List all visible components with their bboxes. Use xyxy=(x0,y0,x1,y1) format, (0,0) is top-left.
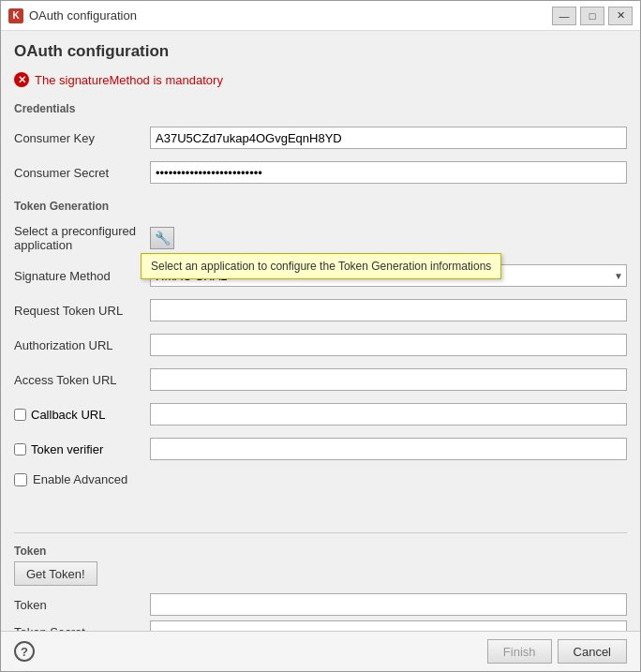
access-token-url-label: Access Token URL xyxy=(14,373,150,387)
enable-advanced-checkbox[interactable] xyxy=(14,473,27,486)
get-token-button[interactable]: Get Token! xyxy=(14,561,97,586)
window-controls: — □ ✕ xyxy=(552,7,633,25)
callback-url-row: Callback URL xyxy=(14,403,627,426)
close-button[interactable]: ✕ xyxy=(608,7,633,25)
token-verifier-checkbox[interactable] xyxy=(14,443,26,455)
signature-method-label: Signature Method xyxy=(14,269,150,283)
enable-advanced-label: Enable Advanced xyxy=(33,472,127,486)
signature-method-select[interactable]: HMAC-SHA1 RSA-SHA1 PLAINTEXT xyxy=(150,264,627,287)
callback-url-input[interactable] xyxy=(150,403,627,426)
finish-button[interactable]: Finish xyxy=(487,639,552,664)
spacer xyxy=(14,499,627,517)
footer-left: ? xyxy=(14,641,35,662)
cancel-button[interactable]: Cancel xyxy=(558,639,627,664)
token-verifier-input[interactable] xyxy=(150,438,627,460)
authorization-url-row: Authorization URL xyxy=(14,334,627,356)
token-section-label: Token xyxy=(14,545,627,558)
page-title: OAuth configuration xyxy=(14,42,627,61)
select-app-row: Select a preconfigured application 🔧 Sel… xyxy=(14,224,627,252)
error-icon: ✕ xyxy=(14,72,29,87)
error-banner: ✕ The signatureMethod is mandatory xyxy=(14,72,627,87)
token-label: Token xyxy=(14,598,150,612)
access-token-url-input[interactable] xyxy=(150,368,627,391)
main-content: OAuth configuration ✕ The signatureMetho… xyxy=(1,31,640,631)
window-title: OAuth configuration xyxy=(29,8,552,22)
error-message: The signatureMethod is mandatory xyxy=(35,73,223,87)
token-verifier-row: Token verifier xyxy=(14,438,627,460)
consumer-secret-label: Consumer Secret xyxy=(14,166,150,180)
consumer-key-input[interactable] xyxy=(150,127,627,149)
oauth-config-window: K OAuth configuration — □ ✕ OAuth config… xyxy=(0,0,641,672)
consumer-secret-input[interactable] xyxy=(150,161,627,184)
consumer-key-label: Consumer Key xyxy=(14,131,150,145)
access-token-url-row: Access Token URL xyxy=(14,368,627,391)
token-verifier-checkbox-group: Token verifier xyxy=(14,442,150,456)
signature-method-row: Signature Method HMAC-SHA1 RSA-SHA1 PLAI… xyxy=(14,264,627,287)
token-secret-input[interactable] xyxy=(150,620,627,631)
callback-url-checkbox[interactable] xyxy=(14,409,26,421)
consumer-secret-row: Consumer Secret xyxy=(14,161,627,184)
minimize-button[interactable]: — xyxy=(552,7,576,25)
token-verifier-label: Token verifier xyxy=(31,442,103,456)
maximize-button[interactable]: □ xyxy=(580,7,604,25)
token-secret-row: Token Secret xyxy=(14,620,627,631)
enable-advanced-row: Enable Advanced xyxy=(14,472,627,486)
select-app-label: Select a preconfigured application xyxy=(14,224,150,252)
footer-buttons: Finish Cancel xyxy=(487,639,627,664)
select-app-icon: 🔧 xyxy=(155,231,171,246)
credentials-section-label: Credentials xyxy=(14,102,627,115)
consumer-key-row: Consumer Key xyxy=(14,127,627,149)
authorization-url-input[interactable] xyxy=(150,334,627,356)
app-icon: K xyxy=(8,8,23,23)
request-token-url-row: Request Token URL xyxy=(14,299,627,321)
select-app-button[interactable]: 🔧 xyxy=(150,227,174,249)
callback-url-label: Callback URL xyxy=(31,408,105,422)
callback-url-checkbox-group: Callback URL xyxy=(14,408,150,422)
token-input[interactable] xyxy=(150,593,627,616)
select-app-group: 🔧 Select an application to configure the… xyxy=(150,227,627,249)
signature-method-wrapper: HMAC-SHA1 RSA-SHA1 PLAINTEXT ▼ xyxy=(150,264,627,287)
token-row: Token xyxy=(14,593,627,616)
title-bar: K OAuth configuration — □ ✕ xyxy=(1,1,640,31)
token-generation-section-label: Token Generation xyxy=(14,200,627,213)
request-token-url-input[interactable] xyxy=(150,299,627,321)
token-section: Token Get Token! Token Token Secret xyxy=(14,532,627,631)
help-button[interactable]: ? xyxy=(14,641,35,662)
authorization-url-label: Authorization URL xyxy=(14,338,150,352)
request-token-url-label: Request Token URL xyxy=(14,304,150,318)
footer: ? Finish Cancel xyxy=(1,631,640,671)
